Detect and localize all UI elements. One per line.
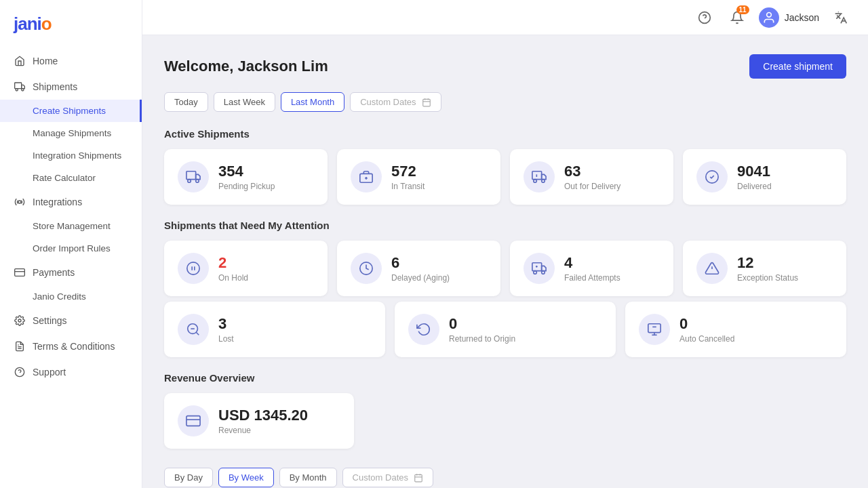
delivered-icon [696, 161, 728, 192]
card-out-for-delivery: 63 Out for Delivery [510, 149, 673, 205]
revenue-title: Revenue Overview [164, 372, 846, 384]
failed-attempts-label: Failed Attempts [564, 273, 620, 283]
sidebar-item-shipments[interactable]: Shipments [0, 74, 142, 100]
sidebar-item-rate-calculator-label: Rate Calculator [33, 173, 96, 183]
sidebar-item-create-shipments-label: Create Shipments [33, 106, 106, 116]
returned-label: Returned to Origin [449, 334, 515, 344]
sidebar-item-create-shipments[interactable]: Create Shipments [0, 100, 142, 122]
on-hold-label: On Hold [218, 273, 248, 283]
filter-today[interactable]: Today [164, 92, 208, 112]
sidebar-item-integrations-label: Integrations [33, 197, 82, 207]
revenue-icon [178, 405, 209, 436]
sidebar-item-integrations[interactable]: Integrations [0, 189, 142, 215]
main-content: Welcome, Jackson Lim Create shipment Tod… [142, 35, 868, 488]
attention-row2-grid: 3 Lost 0 Returned to Origin 0 Auto Cance… [164, 302, 846, 357]
active-shipments-grid: 354 Pending Pickup 572 In Transit 63 Out… [164, 149, 846, 205]
sidebar-item-order-import-rules-label: Order Import Rules [33, 243, 111, 253]
sidebar-item-order-import-rules[interactable]: Order Import Rules [0, 237, 142, 260]
svg-rect-49 [415, 474, 422, 482]
filter-last-week[interactable]: Last Week [214, 92, 275, 112]
card-on-hold: 2 On Hold [164, 241, 328, 296]
lost-icon [178, 314, 209, 345]
sidebar-item-terms-label: Terms & Conditions [33, 341, 115, 352]
sidebar-item-support[interactable]: Support [0, 359, 142, 385]
filter-by-week[interactable]: By Week [218, 468, 274, 487]
delivery-icon [524, 161, 555, 192]
sidebar-item-integration-shipments-label: Integration Shipments [33, 150, 121, 161]
help-icon-btn[interactable] [694, 7, 715, 28]
failed-attempts-count: 4 [564, 254, 620, 272]
sidebar-item-settings[interactable]: Settings [0, 308, 142, 333]
translate-icon[interactable] [830, 7, 852, 28]
sidebar-item-settings-label: Settings [33, 315, 67, 326]
sidebar-item-terms[interactable]: Terms & Conditions [0, 333, 142, 359]
revenue-info: USD 1345.20 Revenue [218, 407, 308, 435]
filter-by-day[interactable]: By Day [164, 468, 213, 487]
filter-custom-dates-top[interactable]: Custom Dates [350, 92, 441, 112]
notifications-bell[interactable]: 11 [726, 7, 748, 28]
sidebar-item-payments[interactable]: Payments [0, 260, 142, 285]
auto-cancelled-info: 0 Auto Cancelled [679, 315, 734, 344]
in-transit-info: 572 In Transit [391, 163, 425, 191]
notification-count: 11 [736, 5, 749, 14]
header: 11 Jackson [142, 0, 868, 35]
filter-by-month[interactable]: By Month [279, 468, 337, 487]
svg-point-3 [18, 201, 21, 203]
out-for-delivery-label: Out for Delivery [564, 182, 620, 191]
pickup-icon [178, 161, 209, 192]
card-in-transit: 572 In Transit [337, 149, 500, 205]
support-icon [14, 366, 26, 378]
sidebar-item-shipments-label: Shipments [33, 81, 77, 92]
pending-pickup-info: 354 Pending Pickup [218, 163, 275, 191]
create-shipment-button[interactable]: Create shipment [749, 54, 846, 79]
custom-date-label: Custom Dates [360, 97, 416, 107]
sidebar-item-rate-calculator[interactable]: Rate Calculator [0, 167, 142, 189]
pending-pickup-label: Pending Pickup [218, 182, 275, 191]
lost-label: Lost [218, 334, 234, 344]
svg-point-35 [542, 271, 545, 274]
sidebar-item-home[interactable]: Home [0, 48, 142, 74]
delivered-count: 9041 [737, 163, 772, 180]
sidebar-item-support-label: Support [33, 367, 66, 378]
revenue-card: USD 1345.20 Revenue [164, 393, 354, 449]
settings-icon [14, 314, 26, 327]
sidebar-item-integration-shipments[interactable]: Integration Shipments [0, 144, 142, 167]
svg-point-20 [196, 180, 199, 183]
failed-icon [524, 253, 555, 284]
filter-last-month[interactable]: Last Month [281, 92, 344, 112]
delayed-icon [351, 253, 382, 284]
on-hold-info: 2 On Hold [218, 254, 248, 283]
sidebar-item-janio-credits[interactable]: Janio Credits [0, 285, 142, 308]
sidebar-item-store-management[interactable]: Store Management [0, 215, 142, 237]
home-icon [14, 55, 26, 67]
sidebar-item-manage-shipments-label: Manage Shipments [33, 128, 111, 138]
auto-cancelled-icon [639, 314, 670, 345]
sidebar-item-manage-shipments[interactable]: Manage Shipments [0, 122, 142, 144]
pending-pickup-count: 354 [218, 163, 275, 180]
auto-cancelled-count: 0 [679, 315, 734, 333]
user-menu[interactable]: Jackson [759, 7, 819, 28]
card-exception-status: 12 Exception Status [683, 241, 846, 296]
top-date-filter: Today Last Week Last Month Custom Dates [164, 92, 846, 112]
svg-point-2 [22, 89, 24, 91]
svg-rect-47 [186, 416, 200, 426]
card-delivered: 9041 Delivered [683, 149, 846, 205]
auto-cancelled-label: Auto Cancelled [679, 334, 734, 344]
svg-point-6 [18, 319, 21, 322]
card-lost: 3 Lost [164, 302, 385, 357]
lost-count: 3 [218, 315, 234, 333]
card-failed-attempts: 4 Failed Attempts [510, 241, 673, 296]
svg-rect-18 [186, 171, 196, 180]
sidebar-item-payments-label: Payments [33, 267, 75, 278]
out-for-delivery-info: 63 Out for Delivery [564, 163, 620, 191]
filter-custom-dates-bottom[interactable]: Custom Dates [342, 468, 433, 487]
header-actions: 11 Jackson [694, 7, 852, 28]
logo-area: janio [0, 11, 142, 48]
username-label: Jackson [785, 12, 819, 23]
returned-info: 0 Returned to Origin [449, 315, 515, 344]
svg-point-19 [188, 180, 191, 183]
svg-point-26 [542, 180, 545, 183]
svg-point-29 [187, 262, 199, 274]
svg-point-25 [534, 180, 537, 183]
exception-status-info: 12 Exception Status [737, 254, 798, 283]
